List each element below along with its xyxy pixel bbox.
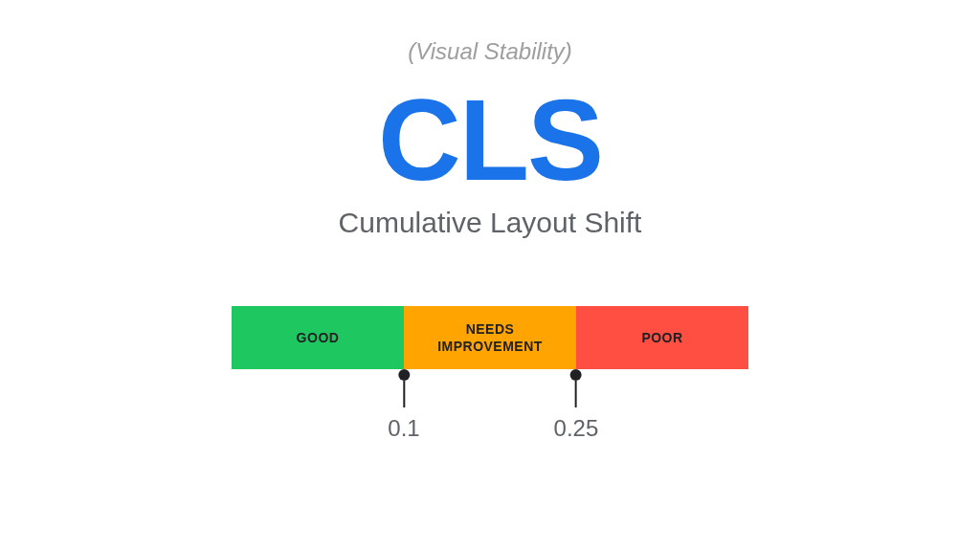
tick-dot-icon xyxy=(570,369,582,381)
threshold-label-2: 0.25 xyxy=(554,415,599,442)
threshold-bar: GOOD NEEDS IMPROVEMENT POOR xyxy=(232,306,748,369)
tick-line-icon xyxy=(575,381,577,407)
segment-poor: POOR xyxy=(576,306,748,369)
threshold-bar-container: GOOD NEEDS IMPROVEMENT POOR 0.1 0.25 xyxy=(232,306,748,427)
threshold-ticks: 0.1 0.25 xyxy=(232,369,748,427)
threshold-label-1: 0.1 xyxy=(388,415,419,442)
segment-needs-improvement: NEEDS IMPROVEMENT xyxy=(404,306,576,369)
threshold-tick-1: 0.1 xyxy=(388,369,419,442)
metric-full-name: Cumulative Layout Shift xyxy=(339,207,642,239)
tick-line-icon xyxy=(403,381,405,407)
subtitle: (Visual Stability) xyxy=(408,38,572,65)
tick-dot-icon xyxy=(398,369,410,381)
threshold-tick-2: 0.25 xyxy=(554,369,599,442)
segment-good: GOOD xyxy=(232,306,404,369)
metric-abbreviation: CLS xyxy=(378,82,602,197)
